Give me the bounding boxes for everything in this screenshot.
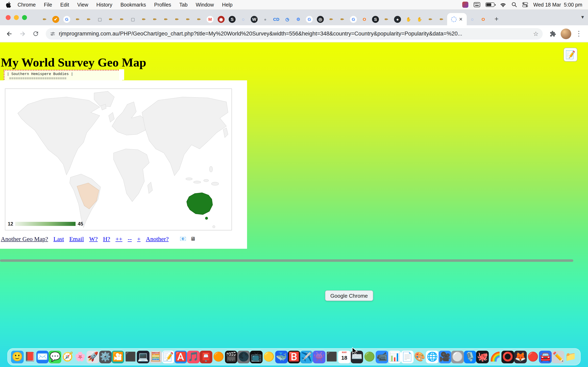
site-settings-icon[interactable] <box>50 31 56 36</box>
menu-item[interactable]: View <box>77 2 88 8</box>
pinned-tab[interactable]: ✏ <box>381 13 392 25</box>
page-link[interactable]: Last <box>53 236 64 243</box>
dock-icon[interactable]: 📺 <box>250 350 263 363</box>
pinned-tab[interactable]: ✋ <box>414 13 425 25</box>
pinned-tab[interactable]: ✏ <box>138 13 149 25</box>
page-link[interactable]: Another? <box>146 236 169 243</box>
close-window-button[interactable] <box>6 15 11 20</box>
menu-item[interactable]: Edit <box>60 2 69 8</box>
pinned-tab[interactable]: ◉ <box>216 13 227 25</box>
dock-icon[interactable]: 🚘 <box>539 350 552 363</box>
menu-item[interactable]: History <box>96 2 112 8</box>
dock-icon[interactable]: 🟢 <box>363 350 376 363</box>
pinned-tab[interactable]: S <box>227 13 238 25</box>
pinned-tab[interactable]: ✏ <box>39 13 50 25</box>
pinned-tab[interactable]: ✔ <box>50 13 61 25</box>
dock-icon[interactable]: 🐙 <box>476 350 489 363</box>
bookmark-star-icon[interactable]: ☆ <box>533 30 539 37</box>
pinned-tab[interactable]: M <box>205 13 216 25</box>
dock-icon[interactable]: 📊 <box>388 350 401 363</box>
pinned-tab[interactable]: ◷ <box>282 13 293 25</box>
pinned-tab[interactable]: ▢ <box>94 13 105 25</box>
menu-bar-clock[interactable]: Wed 18 Mar 5:00 pm <box>533 2 582 8</box>
menu-item[interactable]: Chrome <box>17 2 36 8</box>
menu-item[interactable]: Tab <box>179 2 187 8</box>
dock-icon[interactable]: MAR 18 <box>338 350 351 363</box>
pinned-tab[interactable]: S <box>370 13 381 25</box>
pinned-tab[interactable]: ✏ <box>149 13 160 25</box>
pinned-tab[interactable]: G <box>304 13 315 25</box>
pinned-tab[interactable]: ✏ <box>172 13 182 25</box>
menu-item[interactable]: Help <box>222 2 233 8</box>
new-tab-button[interactable]: + <box>491 14 502 25</box>
page-link[interactable]: ++ <box>116 236 122 243</box>
pinned-tab[interactable]: ✋ <box>403 13 414 25</box>
extensions-puzzle-icon[interactable] <box>548 28 558 39</box>
dock-icon[interactable]: 🐳 <box>275 350 288 363</box>
control-center-icon[interactable] <box>522 2 528 7</box>
dock-icon[interactable]: 🅱️ <box>288 350 300 363</box>
pinned-tab[interactable]: ● <box>392 13 403 25</box>
page-link[interactable]: H? <box>103 236 110 243</box>
dock-icon[interactable]: 📕 <box>24 350 36 363</box>
pinned-tab[interactable]: ✏ <box>436 13 447 25</box>
dock-icon[interactable]: 🙂 <box>11 350 24 363</box>
dock-icon[interactable]: 🌸 <box>74 350 86 363</box>
dock-icon[interactable]: 🌑 <box>237 350 250 363</box>
dock-icon[interactable]: 🎙️ <box>464 350 476 363</box>
dock-icon[interactable]: 🟡 <box>263 350 275 363</box>
reload-button[interactable] <box>30 28 41 39</box>
dock-icon[interactable]: 🧭 <box>61 350 74 363</box>
pinned-tab[interactable]: W <box>249 13 260 25</box>
url-bar[interactable]: rjmprogramming.com.au/PHP/GeoChart/geo_c… <box>46 28 543 39</box>
dock-icon[interactable]: 🎦 <box>112 350 124 363</box>
wifi-icon[interactable] <box>500 2 506 7</box>
url-text[interactable]: rjmprogramming.com.au/PHP/GeoChart/geo_c… <box>59 31 530 37</box>
pinned-tab[interactable]: ✏ <box>105 13 116 25</box>
tab-search-chevron-icon[interactable]: ▾ <box>581 14 584 20</box>
status-app-icon[interactable] <box>462 2 468 8</box>
close-tab-icon[interactable]: ✕ <box>459 17 463 22</box>
dock-icon[interactable]: ⚙️ <box>99 350 112 363</box>
battery-icon[interactable] <box>485 2 494 7</box>
pinned-tab[interactable]: ✏ <box>83 13 94 25</box>
pinned-tab[interactable]: ✏ <box>326 13 337 25</box>
pinned-tab[interactable]: ⚙ <box>293 13 304 25</box>
dock-icon[interactable]: ⭕ <box>502 350 514 363</box>
page-link[interactable]: -- <box>128 236 132 243</box>
apple-menu-icon[interactable] <box>6 2 11 8</box>
zoom-window-button[interactable] <box>22 15 27 20</box>
pinned-tab[interactable]: O <box>478 13 489 25</box>
pinned-tab[interactable]: G <box>348 13 359 25</box>
menu-item[interactable]: Window <box>196 2 214 8</box>
horizontal-scrollbar-thumb[interactable] <box>0 259 573 262</box>
dock-icon[interactable]: 🧮 <box>149 350 162 363</box>
dock-icon[interactable]: ✏️ <box>552 350 564 363</box>
pinned-tab[interactable]: ▢ <box>127 13 138 25</box>
profile-avatar[interactable] <box>561 28 571 39</box>
dock-icon[interactable]: 📝 <box>162 350 174 363</box>
page-link[interactable]: W? <box>89 236 98 243</box>
back-button[interactable] <box>4 28 15 39</box>
page-link[interactable]: + <box>137 236 140 243</box>
active-tab[interactable]: ✕ <box>447 13 467 25</box>
pinned-tab[interactable]: ✏ <box>425 13 436 25</box>
chrome-menu-icon[interactable]: ⋮ <box>574 29 584 38</box>
dock-icon[interactable]: ⬛ <box>124 350 137 363</box>
pinned-tab[interactable]: ◌ <box>238 13 249 25</box>
pinned-tab[interactable]: ✏ <box>72 13 83 25</box>
dock-icon[interactable]: 📮 <box>200 350 212 363</box>
dock-icon[interactable]: ✈️ <box>300 350 313 363</box>
menu-item[interactable]: File <box>44 2 52 8</box>
page-link[interactable]: Another Geo Map? <box>1 236 48 243</box>
pinned-tab[interactable]: ✏ <box>116 13 127 25</box>
dock-icon[interactable]: 🚀 <box>86 350 99 363</box>
forward-button[interactable] <box>17 28 28 39</box>
pinned-tab[interactable]: O <box>359 13 370 25</box>
dock-icon[interactable]: 🎨 <box>414 350 426 363</box>
region-tasmania[interactable] <box>205 217 208 220</box>
link-trailing-icons[interactable]: 📧 🖥 <box>180 236 197 242</box>
dock-icon[interactable]: 📄 <box>401 350 414 363</box>
pinned-tab[interactable]: ✏ <box>182 13 194 25</box>
dock-icon[interactable]: 💻 <box>137 350 149 363</box>
